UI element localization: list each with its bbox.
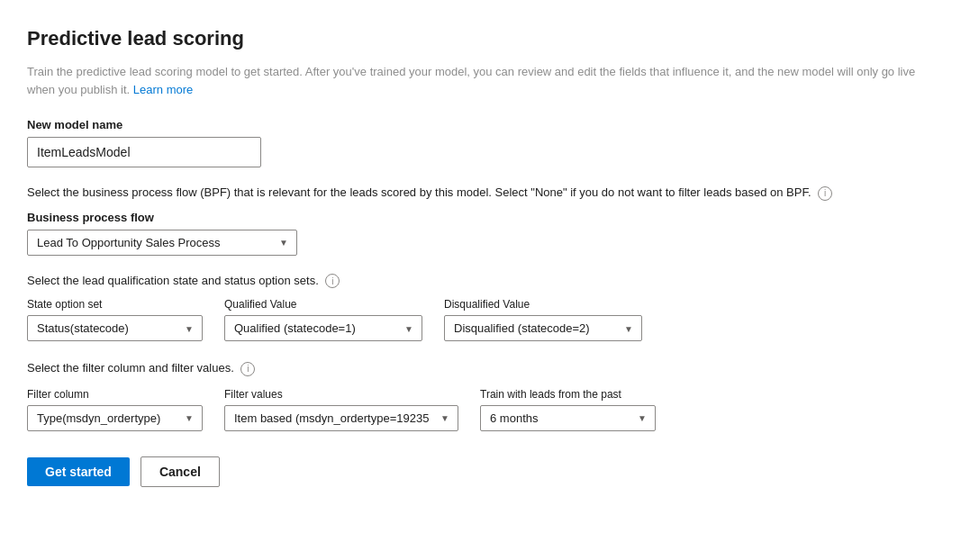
bpf-select[interactable]: Lead To Opportunity Sales Process None [27,230,297,256]
bpf-section: Business process flow Lead To Opportunit… [27,211,943,256]
filter-values-dropdown-wrapper: Item based (msdyn_ordertype=1923500... ▼ [224,405,458,431]
filter-column-group: Filter column Type(msdyn_ordertype) ▼ [27,388,203,431]
filter-values-group: Filter values Item based (msdyn_ordertyp… [224,388,458,431]
qualified-dropdown-wrapper: Qualified (statecode=1) ▼ [224,315,422,341]
qualified-value-select[interactable]: Qualified (statecode=1) [224,315,422,341]
filter-values-label: Filter values [224,388,458,401]
qualification-row: State option set Status(statecode) ▼ Qua… [27,298,943,341]
learn-more-link[interactable]: Learn more [133,83,193,96]
filter-row: Filter column Type(msdyn_ordertype) ▼ Fi… [27,388,943,431]
train-past-dropdown-wrapper: 6 months 3 months 12 months ▼ [480,405,656,431]
bpf-dropdown-wrapper: Lead To Opportunity Sales Process None ▼ [27,230,297,256]
page-title: Predictive lead scoring [27,27,943,50]
qualification-info-text: Select the lead qualification state and … [27,272,943,290]
get-started-button[interactable]: Get started [27,457,130,486]
cancel-button[interactable]: Cancel [141,456,220,487]
bpf-label: Business process flow [27,211,943,224]
state-option-set-select[interactable]: Status(statecode) [27,315,203,341]
state-option-set-group: State option set Status(statecode) ▼ [27,298,203,341]
model-name-section: New model name [27,118,943,167]
state-option-set-label: State option set [27,298,203,311]
qualified-value-label: Qualified Value [224,298,422,311]
train-past-label: Train with leads from the past [480,388,656,401]
disqualified-value-group: Disqualified Value Disqualified (stateco… [444,298,642,341]
filter-info-icon[interactable]: i [240,362,255,376]
qualification-info-icon[interactable]: i [325,274,340,288]
disqualified-value-select[interactable]: Disqualified (statecode=2) [444,315,642,341]
filter-column-select[interactable]: Type(msdyn_ordertype) [27,405,203,431]
page-container: Predictive lead scoring Train the predic… [0,0,970,560]
disqualified-dropdown-wrapper: Disqualified (statecode=2) ▼ [444,315,642,341]
state-dropdown-wrapper: Status(statecode) ▼ [27,315,203,341]
train-past-select[interactable]: 6 months 3 months 12 months [480,405,656,431]
bpf-info-text: Select the business process flow (BPF) t… [27,184,943,202]
train-past-group: Train with leads from the past 6 months … [480,388,656,431]
model-name-label: New model name [27,118,943,131]
description-text: Train the predictive lead scoring model … [27,63,943,98]
button-row: Get started Cancel [27,456,943,487]
filter-info-text: Select the filter column and filter valu… [27,359,943,377]
model-name-input[interactable] [27,137,261,167]
filter-column-dropdown-wrapper: Type(msdyn_ordertype) ▼ [27,405,203,431]
filter-values-select[interactable]: Item based (msdyn_ordertype=1923500... [224,405,458,431]
filter-column-label: Filter column [27,388,203,401]
disqualified-value-label: Disqualified Value [444,298,642,311]
bpf-info-icon[interactable]: i [818,186,832,201]
qualified-value-group: Qualified Value Qualified (statecode=1) … [224,298,422,341]
